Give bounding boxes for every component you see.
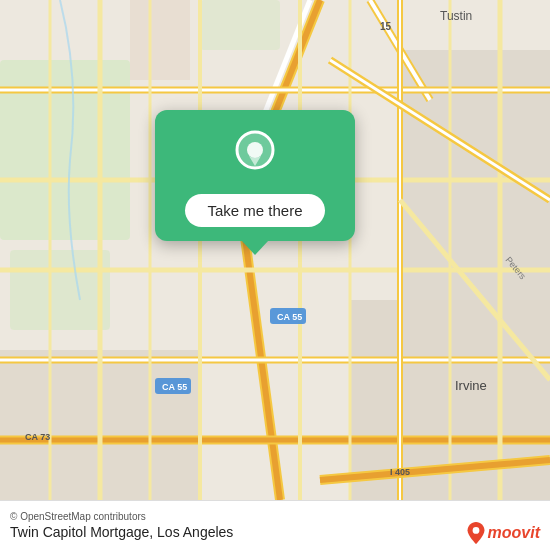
svg-text:I 405: I 405 bbox=[390, 467, 410, 477]
svg-text:15: 15 bbox=[380, 21, 392, 32]
footer: © OpenStreetMap contributors Twin Capito… bbox=[0, 500, 550, 550]
svg-point-51 bbox=[247, 142, 263, 158]
map-background: 15 I 405 bbox=[0, 0, 550, 500]
svg-rect-3 bbox=[200, 0, 280, 50]
svg-text:CA 55: CA 55 bbox=[277, 312, 302, 322]
moovit-pin-icon bbox=[467, 522, 485, 544]
moovit-brand-text: moovit bbox=[488, 524, 540, 542]
svg-rect-4 bbox=[130, 0, 190, 80]
location-pin-icon bbox=[229, 130, 281, 182]
svg-rect-2 bbox=[10, 250, 110, 330]
osm-attribution: © OpenStreetMap contributors bbox=[10, 511, 540, 522]
svg-point-52 bbox=[472, 527, 479, 534]
moovit-logo: moovit bbox=[467, 522, 540, 544]
map-container: 15 I 405 bbox=[0, 0, 550, 500]
svg-text:Irvine: Irvine bbox=[455, 378, 487, 393]
svg-text:CA 55: CA 55 bbox=[162, 382, 187, 392]
svg-text:Tustin: Tustin bbox=[440, 9, 472, 23]
take-me-there-button[interactable]: Take me there bbox=[185, 194, 324, 227]
popup-card: Take me there bbox=[155, 110, 355, 241]
svg-text:CA 73: CA 73 bbox=[25, 432, 50, 442]
location-label: Twin Capitol Mortgage, Los Angeles bbox=[10, 524, 540, 540]
